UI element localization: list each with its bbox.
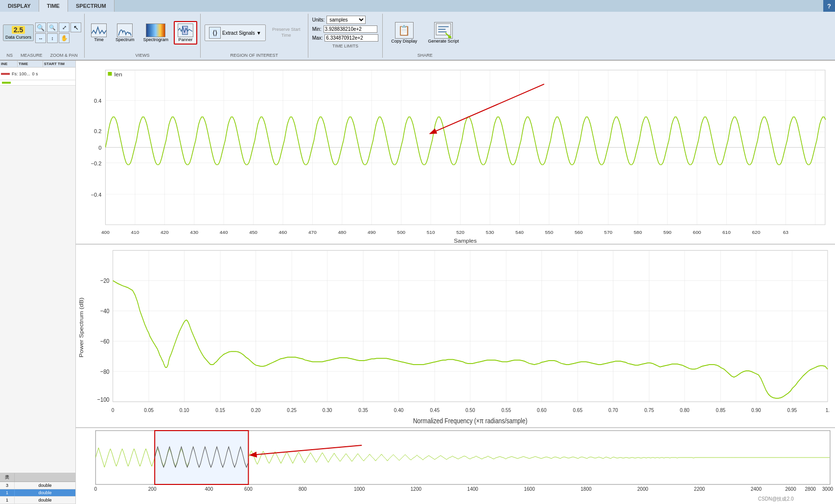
time-view-btn[interactable]: Time (88, 22, 110, 44)
table-row-2[interactable]: 1 double (0, 489, 75, 497)
min-input[interactable] (324, 25, 377, 33)
svg-text:0.95: 0.95 (788, 407, 797, 413)
svg-text:−40: −40 (100, 307, 110, 315)
svg-text:2800: 2800 (805, 486, 816, 492)
svg-text:450: 450 (249, 230, 257, 235)
svg-text:−0.4: −0.4 (91, 192, 102, 198)
zoom-v-btn[interactable]: ↕ (47, 33, 58, 43)
svg-text:−100: −100 (97, 396, 110, 403)
svg-text:0.80: 0.80 (680, 407, 690, 413)
svg-text:0.4: 0.4 (94, 98, 101, 104)
svg-text:400: 400 (101, 230, 110, 235)
generate-script-btn[interactable]: Generate Script (423, 20, 463, 46)
preserve-start-time-btn[interactable]: Preserve Start Time (269, 27, 304, 38)
svg-text:1000: 1000 (354, 486, 365, 492)
type-table: 类 3 double 1 double 1 double (0, 473, 75, 504)
region-section: ⟨⟩ Extract Signals ▼ Preserve Start Time… (201, 14, 308, 58)
sidebar: INE TIME START TIM Fs: 100... 0 s 类 (0, 61, 76, 504)
svg-text:580: 580 (634, 230, 642, 235)
share-section: 📋 Copy Display Generate Script SHARE (383, 14, 467, 58)
svg-text:0.55: 0.55 (501, 407, 511, 413)
zoom-in-btn[interactable]: 🔍 (35, 23, 46, 32)
units-select[interactable]: samples (326, 16, 366, 24)
svg-text:−80: −80 (100, 368, 110, 375)
svg-text:510: 510 (427, 230, 435, 235)
copy-display-btn[interactable]: 📋 Copy Display (387, 20, 421, 46)
svg-text:420: 420 (161, 230, 169, 235)
panner-view-btn[interactable]: Panner (174, 21, 197, 45)
views-label: VIEWS (136, 53, 150, 58)
svg-text:0.35: 0.35 (358, 407, 368, 413)
tab-display[interactable]: DISPLAY (0, 0, 39, 12)
pointer-btn[interactable]: ↖ (70, 23, 81, 32)
bottom-chart: 0 200 400 600 800 1000 1200 1400 1600 18… (76, 428, 835, 504)
tab-spectrum[interactable]: SPECTRUM (68, 0, 115, 12)
share-label: SHARE (418, 53, 433, 58)
svg-text:Samples: Samples (454, 237, 477, 244)
svg-text:CSDN@技成2.0: CSDN@技成2.0 (758, 496, 794, 502)
signal-row[interactable]: Fs: 100... 0 s (0, 68, 75, 80)
svg-text:1800: 1800 (580, 486, 592, 492)
table-col-num: 类 (0, 473, 15, 481)
svg-text:0.20: 0.20 (251, 407, 261, 413)
svg-text:0.70: 0.70 (608, 407, 618, 413)
ns-label: NS (7, 53, 13, 58)
spectrogram-view-btn[interactable]: Spectrogram (140, 22, 172, 44)
zoom-h-btn[interactable]: ↔ (35, 33, 46, 43)
svg-text:3000: 3000 (822, 486, 834, 492)
svg-text:480: 480 (338, 230, 346, 235)
extract-signals-btn[interactable]: ⟨⟩ Extract Signals ▼ (205, 24, 266, 41)
svg-text:460: 460 (279, 230, 287, 235)
svg-text:−20: −20 (100, 277, 110, 284)
help-icon[interactable]: ? (823, 0, 835, 12)
svg-text:540: 540 (515, 230, 524, 235)
svg-text:620: 620 (752, 230, 760, 235)
pan-btn[interactable]: ✋ (59, 33, 70, 43)
svg-text:0.40: 0.40 (394, 407, 404, 413)
svg-text:2200: 2200 (694, 486, 705, 492)
col-start: START TIM (43, 61, 75, 67)
svg-text:440: 440 (220, 230, 228, 235)
units-label: Units: (312, 17, 325, 23)
col-time: TIME (18, 61, 43, 67)
svg-text:−0.2: −0.2 (91, 160, 102, 166)
svg-text:Normalized Frequency (×π radia: Normalized Frequency (×π radians/sample) (413, 417, 528, 425)
region-label: REGION OF INTEREST (231, 53, 278, 58)
svg-text:550: 550 (545, 230, 553, 235)
table-row-1[interactable]: 3 double (0, 482, 75, 489)
svg-text:0.90: 0.90 (751, 407, 761, 413)
svg-text:200: 200 (148, 486, 157, 492)
tab-time[interactable]: TIME (39, 0, 68, 12)
svg-text:0.2: 0.2 (94, 129, 101, 135)
svg-text:2000: 2000 (637, 486, 649, 492)
data-cursors-btn[interactable]: 2.5 Data Cursors (3, 24, 34, 41)
middle-chart: −20 −40 −60 −80 −100 Power Spectrum (dB)… (76, 245, 835, 429)
min-label: Min: (312, 26, 322, 32)
svg-text:0.05: 0.05 (144, 407, 154, 413)
svg-text:410: 410 (131, 230, 139, 235)
spectrum-view-btn[interactable]: Spectrum (112, 22, 138, 44)
svg-text:0.65: 0.65 (573, 407, 582, 413)
table-row-3[interactable]: 1 double (0, 497, 75, 504)
svg-text:0.25: 0.25 (287, 407, 297, 413)
max-input[interactable] (325, 34, 378, 42)
svg-text:2600: 2600 (785, 486, 796, 492)
svg-text:0.15: 0.15 (215, 407, 225, 413)
svg-text:1600: 1600 (524, 486, 535, 492)
zoom-fit-btn[interactable]: ⤢ (59, 23, 70, 32)
svg-text:590: 590 (663, 230, 672, 235)
svg-text:−60: −60 (100, 338, 110, 345)
zoom-out-btn[interactable]: 🔍 (47, 23, 58, 32)
max-label: Max: (312, 35, 323, 41)
svg-text:Power Spectrum (dB): Power Spectrum (dB) (78, 297, 85, 357)
svg-text:600: 600 (244, 486, 253, 492)
views-section: Time Spectrum Spectrogram (85, 14, 201, 58)
svg-rect-0 (183, 26, 188, 34)
tab-bar: DISPLAY TIME SPECTRUM ? (0, 0, 835, 12)
svg-text:560: 560 (575, 230, 583, 235)
svg-text:0: 0 (98, 145, 101, 151)
svg-text:430: 430 (190, 230, 198, 235)
svg-text:800: 800 (299, 486, 307, 492)
svg-text:0.75: 0.75 (645, 407, 654, 413)
svg-text:0: 0 (112, 407, 115, 413)
